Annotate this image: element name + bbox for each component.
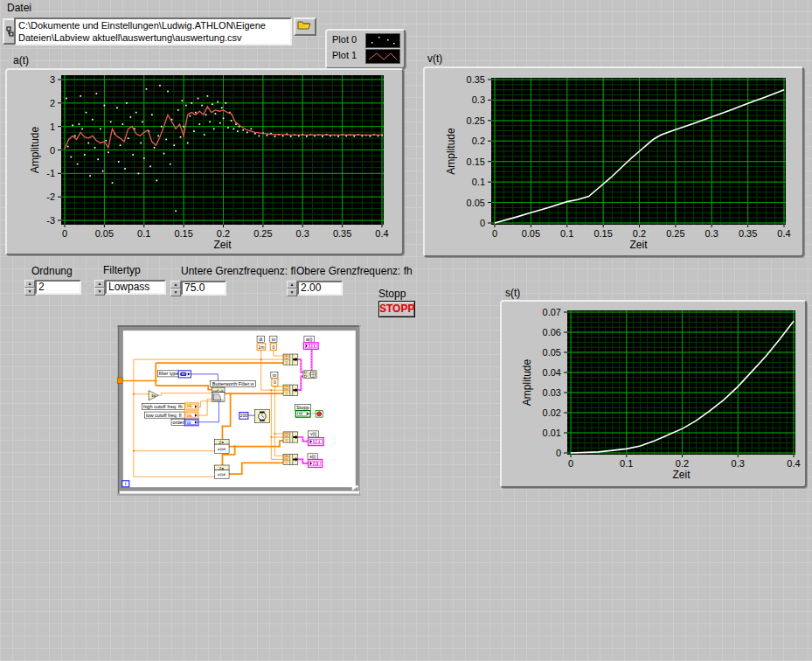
decrement-arrow-icon[interactable]: ▼ bbox=[24, 288, 35, 296]
svg-text:∫ a: ∫ a bbox=[219, 440, 224, 444]
svg-text:0.07: 0.07 bbox=[543, 307, 561, 317]
svg-text:DBL: DBL bbox=[283, 458, 289, 462]
legend-plot0-swatch[interactable] bbox=[365, 33, 400, 48]
legend-plot0-label[interactable]: Plot 0 bbox=[332, 34, 357, 45]
svg-text:DBL: DBL bbox=[283, 432, 289, 435]
svg-text:dt: dt bbox=[259, 337, 263, 342]
svg-text:Butterworth Filter.vi: Butterworth Filter.vi bbox=[212, 381, 254, 386]
untere-label: Untere Grenzfrequenz: fl bbox=[181, 266, 295, 277]
line-swatch bbox=[369, 53, 397, 59]
svg-text:0.01: 0.01 bbox=[543, 428, 561, 438]
svg-text:Amplitude: Amplitude bbox=[29, 127, 41, 174]
svg-text:DBL: DBL bbox=[187, 414, 193, 418]
svg-text:0: 0 bbox=[274, 379, 276, 385]
block-diagram-window: dt 1m to 0 to 0 filter type Butterworth … bbox=[0, 325, 478, 661]
svg-text:∫x(t)dt: ∫x(t)dt bbox=[217, 448, 226, 451]
file-path-label: Datei bbox=[7, 3, 31, 14]
svg-text:0.02: 0.02 bbox=[543, 407, 561, 418]
obere-input[interactable]: 2.00 bbox=[297, 281, 343, 296]
svg-text:0.25: 0.25 bbox=[467, 115, 485, 126]
increment-arrow-icon[interactable]: ▲ bbox=[24, 280, 35, 288]
svg-text:0.4: 0.4 bbox=[777, 228, 790, 239]
svg-text:[]: [] bbox=[286, 439, 288, 442]
build-array-node bbox=[303, 371, 316, 379]
build-waveform-node-1: DBL DBL [] bbox=[283, 354, 298, 365]
stopp-button[interactable]: STOPP bbox=[378, 301, 415, 317]
t0-constant-upper: to 0 bbox=[270, 336, 277, 350]
svg-text:Zeit: Zeit bbox=[672, 469, 691, 481]
file-path-input[interactable]: C:\Dokumente und Einstellungen\Ludwig.AT… bbox=[14, 17, 292, 45]
vt-chart-plot: 00.050.10.150.20.250.30.350.40.350.30.25… bbox=[425, 68, 802, 255]
loop-iteration-terminal: i bbox=[122, 481, 129, 487]
filtertyp-stepper[interactable]: ▲▼ bbox=[94, 280, 105, 295]
wait-ms-constant: 200 bbox=[239, 413, 248, 420]
svg-text:∫ a: ∫ a bbox=[219, 466, 224, 470]
svg-text:0.1: 0.1 bbox=[560, 228, 573, 239]
svg-text:0.3: 0.3 bbox=[296, 228, 309, 239]
file-path-line1: C:\Dokumente und Einstellungen\Ludwig.AT… bbox=[18, 19, 288, 31]
untere-stepper[interactable]: ▲▼ bbox=[170, 281, 181, 296]
svg-text:0.2: 0.2 bbox=[676, 458, 689, 469]
svg-text:DBL: DBL bbox=[283, 388, 289, 392]
dt-constant: dt 1m bbox=[257, 336, 266, 350]
svg-text:-2: -2 bbox=[46, 191, 55, 202]
integral-node-2: ∫ a ∫x(t)dt bbox=[214, 465, 229, 478]
ordnung-input[interactable]: 2 bbox=[35, 280, 81, 295]
svg-text:0.35: 0.35 bbox=[739, 228, 757, 239]
svg-text:0.03: 0.03 bbox=[543, 387, 561, 398]
svg-text:1m: 1m bbox=[258, 344, 264, 350]
increment-arrow-icon[interactable]: ▲ bbox=[170, 281, 181, 289]
svg-text:a(t): a(t) bbox=[306, 337, 313, 342]
svg-text:Zeit: Zeit bbox=[213, 239, 232, 251]
increment-arrow-icon[interactable]: ▲ bbox=[94, 280, 105, 288]
svg-text:0.4: 0.4 bbox=[375, 228, 388, 239]
svg-text:-1: -1 bbox=[46, 168, 55, 178]
svg-text:DBL: DBL bbox=[283, 435, 289, 439]
file-path-line2: Dateien\Labview aktuell\auswertung\auswe… bbox=[18, 31, 288, 44]
folder-open-icon bbox=[296, 19, 314, 31]
increment-arrow-icon[interactable]: ▲ bbox=[287, 281, 297, 289]
legend-plot1-swatch[interactable] bbox=[365, 49, 400, 64]
st-chart-panel: 00.10.20.30.40.070.060.050.040.030.020.0… bbox=[500, 300, 807, 488]
untere-input[interactable]: 75.0 bbox=[181, 281, 226, 296]
legend-plot1-label[interactable]: Plot 1 bbox=[332, 50, 357, 60]
vt-chart-panel: 00.050.10.150.20.250.30.350.40.350.30.25… bbox=[423, 66, 804, 257]
svg-text:0: 0 bbox=[50, 145, 55, 156]
labview-front-panel: { "file_control": { "label": "Datei", "l… bbox=[0, 0, 812, 661]
browse-button[interactable] bbox=[294, 17, 316, 36]
filtertyp-input[interactable]: Lowpass bbox=[105, 280, 166, 295]
svg-text:0.15: 0.15 bbox=[593, 228, 612, 239]
svg-text:0.05: 0.05 bbox=[95, 228, 114, 239]
svg-text:0: 0 bbox=[480, 218, 485, 228]
ordnung-stepper[interactable]: ▲▼ bbox=[24, 280, 35, 295]
svg-text:1: 1 bbox=[50, 122, 55, 132]
svg-text:I32: I32 bbox=[187, 421, 191, 425]
svg-text:0: 0 bbox=[556, 448, 561, 458]
svg-text:0.4: 0.4 bbox=[787, 458, 800, 469]
svg-text:0.15: 0.15 bbox=[467, 157, 485, 167]
svg-text:0.3: 0.3 bbox=[732, 458, 745, 469]
filtertyp-label: Filtertyp bbox=[103, 265, 141, 276]
obere-stepper[interactable]: ▲▼ bbox=[287, 281, 297, 296]
svg-text:0: 0 bbox=[272, 344, 274, 350]
decrement-arrow-icon[interactable]: ▼ bbox=[94, 288, 105, 296]
svg-text:DBL: DBL bbox=[283, 455, 289, 458]
decrement-arrow-icon[interactable]: ▼ bbox=[287, 289, 297, 296]
svg-text:order: order bbox=[173, 420, 184, 425]
integral-node-1: ∫ a ∫x(t)dt bbox=[214, 440, 229, 454]
decrement-arrow-icon[interactable]: ▼ bbox=[170, 289, 181, 296]
svg-text:0.05: 0.05 bbox=[522, 228, 540, 239]
vt-chart-title: v(t) bbox=[427, 53, 442, 65]
svg-text:s(t): s(t) bbox=[309, 454, 316, 459]
svg-text:DBL: DBL bbox=[283, 354, 289, 358]
svg-text:0.06: 0.06 bbox=[543, 327, 561, 337]
svg-text:0.2: 0.2 bbox=[633, 228, 646, 239]
svg-text:∫x(t)dt: ∫x(t)dt bbox=[217, 473, 226, 477]
svg-text:0.05: 0.05 bbox=[467, 198, 485, 208]
stopp-terminal: Stopp TF bbox=[295, 404, 311, 417]
high-cutoff-terminal: high cutoff freq: fh DBL bbox=[142, 403, 199, 410]
st-chart-plot: 00.10.20.30.40.070.060.050.040.030.020.0… bbox=[502, 302, 805, 486]
svg-text:Stopp: Stopp bbox=[296, 405, 309, 410]
svg-text:0.1: 0.1 bbox=[472, 177, 485, 187]
build-waveform-node-3: DBL DBL [] bbox=[283, 432, 298, 442]
